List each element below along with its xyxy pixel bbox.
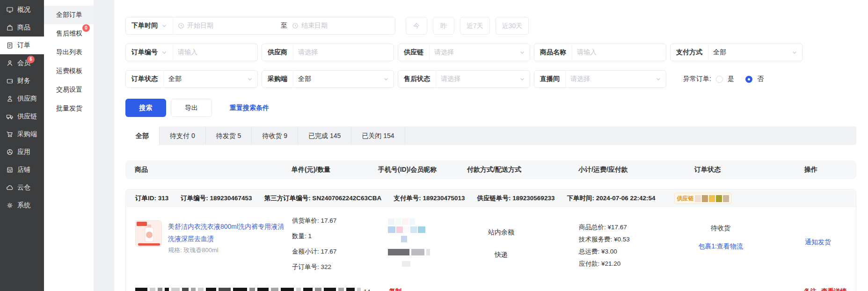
chevron-down-icon (161, 23, 167, 29)
chevron-down-icon (656, 76, 661, 82)
quick-7days-button[interactable]: 近7天 (460, 17, 490, 35)
aftersale-status-select[interactable]: 请选择 (436, 71, 530, 87)
order-status-filter: 订单状态 全部 (125, 70, 258, 88)
sidebar-item-orders[interactable]: 订单 (0, 36, 44, 54)
abnormal-yes-label[interactable]: 是 (728, 75, 734, 83)
sidebar-item-supplier[interactable]: 供应商 (0, 90, 44, 108)
sidebar-item-supply-chain[interactable]: 供应链 (0, 108, 44, 125)
product-title-link[interactable]: 美舒洁内衣洗衣液800ml洗内裤专用液清洗液深层去血渍 (168, 220, 286, 245)
sidebar-item-apps[interactable]: 应用 (0, 143, 44, 161)
submenu-item-batch-ship[interactable]: 批量发货 (44, 99, 94, 118)
submenu-item-freight-template[interactable]: 运费模板 (44, 62, 94, 80)
sidebar-item-label: 订单 (17, 41, 30, 50)
note-link[interactable]: 备注 (804, 287, 817, 291)
product-image[interactable] (135, 220, 162, 247)
date-type-select[interactable]: 下单时间 (126, 17, 173, 34)
masked-phone (388, 249, 467, 255)
submenu-item-aftersale[interactable]: 售后维权 0 (44, 24, 94, 43)
goods-total: 商品总价: ¥17.67 (579, 221, 695, 233)
abnormal-no-radio[interactable] (745, 76, 752, 83)
sidebar-item-goods[interactable]: 商品 (0, 19, 44, 36)
clock-icon (292, 22, 299, 29)
sidebar-item-procurement[interactable]: 采购端 (0, 125, 44, 143)
sidebar-item-members[interactable]: 会员 6 (0, 54, 44, 72)
col-customer: 手机号(ID)/会员昵称 (378, 166, 467, 174)
submenu-item-trade-settings[interactable]: 交易设置 (44, 80, 94, 99)
footer-right-links: 备注 查看详情 (804, 287, 846, 291)
amount-payable: 应付款: ¥21.20 (579, 258, 695, 270)
abnormal-order-label: 异常订单: (683, 75, 711, 83)
supply-chain-no: 供应链单号: 189230569233 (477, 194, 555, 203)
supply-chain-select[interactable]: 请选择 (429, 44, 530, 61)
reset-filters-link[interactable]: 重置搜索条件 (230, 104, 269, 112)
supplier-select[interactable]: 请选择 (293, 44, 394, 61)
quick-yesterday-button[interactable]: 昨 (433, 17, 454, 35)
abnormal-no-label[interactable]: 否 (757, 75, 764, 83)
tab-pending-shipment[interactable]: 待发货 5 (206, 126, 252, 145)
order-no-input[interactable]: 请输入 (173, 44, 257, 61)
totals-cell: 商品总价: ¥17.67 技术服务费: ¥0.53 总运费: ¥3.00 应付款… (579, 221, 695, 275)
start-date-input[interactable]: 开始日期 (178, 22, 276, 30)
sidebar-item-finance[interactable]: 财务 (0, 72, 44, 90)
quick-30days-button[interactable]: 近30天 (496, 17, 529, 35)
sidebar-item-label: 应用 (17, 148, 30, 156)
tab-closed[interactable]: 已关闭 154 (351, 126, 405, 145)
export-button[interactable]: 导出 (171, 99, 212, 117)
sidebar-item-label: 供应商 (17, 95, 37, 103)
submenu-item-all-orders[interactable]: 全部订单 (44, 6, 94, 24)
end-date-input[interactable]: 结束日期 (292, 22, 390, 30)
live-room-select[interactable]: 请选择 (565, 71, 666, 87)
members-icon (6, 59, 14, 67)
copy-link[interactable]: 复制 (389, 287, 401, 291)
col-pay-delivery: 付款方式/配送方式 (467, 166, 578, 174)
product-name-input[interactable]: 请输入 (572, 44, 666, 61)
procurement-icon (6, 131, 14, 138)
sidebar-item-cloud-warehouse[interactable]: 云仓 (0, 179, 44, 196)
sub-order-no: 子订单号: 322 (292, 259, 379, 275)
col-unit-qty: 单件(元)/数量 (292, 166, 378, 174)
payment-cell: 站内余额 快递 (467, 227, 579, 275)
procurement-select[interactable]: 全部 (293, 71, 394, 87)
date-to-label: 至 (279, 22, 289, 30)
sidebar-item-overview[interactable]: 概况 (0, 1, 44, 19)
tab-pending-receipt[interactable]: 待收货 9 (252, 126, 298, 145)
sidebar-item-label: 系统 (17, 201, 30, 210)
logistics-link[interactable]: 包裹1:查看物流 (695, 241, 746, 251)
date-range-input[interactable]: 开始日期 至 结束日期 (173, 17, 395, 34)
goods-icon (6, 24, 14, 31)
notify-ship-link[interactable]: 通知发货 (805, 238, 831, 246)
quick-today-button[interactable]: 今 (406, 17, 427, 35)
masked-block (695, 195, 701, 202)
submenu-item-export-list[interactable]: 导出列表 (44, 43, 94, 62)
pay-method-select[interactable]: 全部 (708, 44, 802, 61)
sidebar-item-label: 店铺 (17, 166, 30, 174)
masked-block (723, 195, 729, 202)
quantity: 数量: 1 (292, 228, 379, 244)
abnormal-yes-radio[interactable] (716, 76, 723, 83)
delivery-method: 快递 (480, 249, 523, 260)
order-status-select[interactable]: 全部 (163, 71, 257, 87)
dashboard-icon (6, 6, 14, 14)
sidebar-item-label: 商品 (17, 23, 30, 32)
third-party-order-no: 第三方订单编号: SN2407062242C63CBA (264, 194, 382, 203)
chevron-down-icon (519, 76, 525, 82)
tab-completed[interactable]: 已完成 145 (298, 126, 351, 145)
order-footer: 14 复制 备注 查看详情 (126, 282, 856, 291)
search-button[interactable]: 搜索 (125, 99, 166, 117)
view-detail-link[interactable]: 查看详情 (821, 287, 846, 291)
amount-subtotal: 金额小计: 17.67 (292, 244, 379, 259)
sidebar-item-system[interactable]: 系统 (0, 196, 44, 214)
order-no-type-select[interactable]: 订单编号 (126, 44, 173, 61)
sidebar-item-label: 概况 (17, 6, 30, 14)
tab-all[interactable]: 全部 (125, 126, 160, 145)
masked-address (135, 288, 361, 291)
order-meta-bar: 订单ID: 313 订单编号: 189230467453 第三方订单编号: SN… (126, 189, 856, 207)
tab-pending-payment[interactable]: 待支付 0 (160, 126, 206, 145)
sidebar-item-label: 云仓 (17, 183, 30, 192)
masked-block (709, 195, 715, 202)
supply-chain-filter: 供应链 请选择 (398, 44, 530, 61)
sidebar-item-shop[interactable]: 店铺 (0, 161, 44, 179)
price-cell: 供货单价: 17.67 数量: 1 金额小计: 17.67 子订单号: 322 (292, 213, 379, 275)
abnormal-order-filter: 异常订单: 是 否 (683, 75, 764, 83)
supplier-filter: 供应商 请选择 (262, 44, 394, 61)
